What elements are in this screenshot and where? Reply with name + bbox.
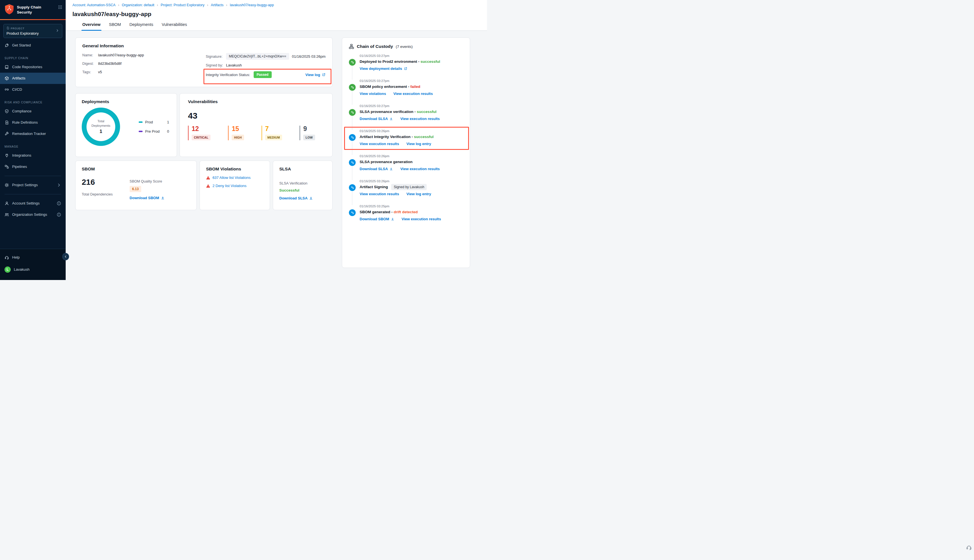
deployments-donut-chart: Total Deployments 1	[82, 108, 120, 146]
sidebar-item-compliance[interactable]: Compliance	[0, 106, 66, 117]
connected-nodes-icon	[5, 165, 9, 169]
headset-icon	[5, 255, 9, 260]
sidebar-item-project-settings[interactable]: Project Settings	[0, 180, 66, 191]
sidebar-item-organization-settings[interactable]: Organization Settings	[0, 209, 66, 220]
signature-timestamp: 01/16/2025 03:26pm	[292, 54, 325, 58]
breadcrumb-account[interactable]: Account: Automation-SSCA	[72, 3, 115, 7]
sidebar-item-rule-definitions[interactable]: Rule Definitions	[0, 117, 66, 128]
allow-list-violations-row: 637 Allow list Violations	[206, 175, 264, 180]
module-grid-icon[interactable]	[58, 4, 62, 10]
document-lines-icon	[5, 120, 9, 125]
info-icon	[57, 212, 61, 217]
chevron-left-icon	[64, 255, 67, 258]
event-timestamp: 01/16/2025 03:25pm	[360, 205, 463, 208]
field-signature: Signature: MEQCICde2VjIT...bL+2+mqnOXw==…	[206, 53, 325, 60]
sbom-total-dependencies: 216	[82, 178, 113, 187]
sbom-stage-icon	[349, 209, 356, 216]
download-slsa-link[interactable]: Download SLSA	[360, 117, 393, 121]
chevron-right-icon	[57, 183, 61, 187]
card-title: General Information	[82, 43, 325, 48]
chain-of-custody-card: Chain of Custody (7 events) 01/16/2025 0…	[342, 37, 470, 268]
project-name: Product Exploratory	[7, 31, 55, 35]
breadcrumb-project[interactable]: Project: Product Exploratory	[161, 3, 205, 7]
view-log-entry-link[interactable]: View log entry	[406, 142, 431, 146]
view-log-link[interactable]: View log	[305, 73, 326, 77]
download-slsa-link[interactable]: Download SLSA	[360, 167, 393, 171]
project-selector[interactable]: PROJECT Product Exploratory	[3, 24, 62, 38]
legend-item-pre-prod: Pre Prod 0	[138, 129, 169, 133]
download-icon	[161, 196, 165, 200]
breadcrumb-artifacts[interactable]: Artifacts	[211, 3, 223, 7]
view-execution-results-link[interactable]: View execution results	[400, 167, 440, 171]
signature-value: MEQCICde2VjIT...bL+2+mqnOXw==	[226, 53, 289, 60]
cube-icon	[5, 76, 9, 80]
deny-list-violations-link[interactable]: 2 Deny list Violations	[212, 184, 246, 188]
project-selector-info: PROJECT Product Exploratory	[7, 27, 55, 35]
view-violations-link[interactable]: View violations	[360, 92, 386, 96]
event-sbom-policy-enforcement: 01/16/2025 03:27pm SBOM policy enforceme…	[349, 79, 463, 104]
sbom-totals: 216 Total Dependencies	[82, 172, 113, 204]
sidebar-item-cicd[interactable]: CI/CD	[0, 84, 66, 95]
sidebar-item-code-repositories[interactable]: Code Repositories	[0, 62, 66, 73]
event-timestamp: 01/16/2025 03:26pm	[360, 154, 463, 158]
project-icon	[7, 27, 9, 30]
sidebar-collapse-button[interactable]	[62, 253, 69, 260]
breadcrumb-organization[interactable]: Organization: default	[122, 3, 154, 7]
tab-deployments[interactable]: Deployments	[128, 22, 154, 30]
event-title: SBOM policy enforcement - failed	[360, 85, 463, 89]
pre-prod-swatch	[138, 131, 143, 132]
sidebar-footer: Help L Lavakush	[0, 249, 66, 280]
section-heading-supply-chain: SUPPLY CHAIN	[0, 51, 66, 62]
tab-overview[interactable]: Overview	[82, 22, 102, 30]
warning-icon	[206, 176, 210, 180]
module-accent-line	[0, 19, 66, 20]
allow-list-violations-link[interactable]: 637 Allow list Violations	[212, 175, 250, 180]
breadcrumb-current[interactable]: lavakush07/easy-buggy-app	[230, 3, 274, 7]
signing-stage-icon	[349, 184, 356, 191]
event-slsa-provenance-generation: 01/16/2025 03:26pm SLSA provenance gener…	[349, 154, 463, 180]
help-button[interactable]: Help	[0, 252, 66, 263]
sidebar-item-integrations[interactable]: Integrations	[0, 150, 66, 161]
view-log-entry-link[interactable]: View log entry	[406, 192, 431, 196]
tab-sbom[interactable]: SBOM	[108, 22, 122, 30]
sidebar-item-pipelines[interactable]: Pipelines	[0, 161, 66, 172]
sidebar-header: Supply Chain Security	[0, 0, 66, 19]
sidebar-item-get-started[interactable]: Get Started	[0, 40, 66, 51]
slsa-verification-status: Successful	[279, 188, 326, 192]
event-status: successful	[414, 135, 434, 139]
rocket-icon	[5, 43, 9, 48]
view-execution-results-link[interactable]: View execution results	[360, 192, 399, 196]
event-status: successful	[417, 110, 437, 114]
event-status: failed	[410, 85, 420, 89]
download-sbom-link[interactable]: Download SBOM	[360, 217, 394, 221]
tab-bar: Overview SBOM Deployments Vulnerabilitie…	[72, 22, 487, 30]
page-header: Account: Automation-SSCA Organization: d…	[66, 0, 487, 31]
event-timestamp: 01/16/2025 03:26pm	[360, 129, 463, 133]
view-execution-results-link[interactable]: View execution results	[402, 217, 441, 221]
view-deployment-details-link[interactable]: View deployment details	[360, 67, 407, 71]
sidebar-item-artifacts[interactable]: Artifacts	[0, 73, 66, 84]
breadcrumb-separator	[226, 3, 227, 7]
sidebar-item-account-settings[interactable]: Account Settings	[0, 198, 66, 209]
slsa-card: SLSA SLSA Verification Successful Downlo…	[273, 160, 333, 210]
content: General Information Name: lavakush07/eas…	[66, 31, 487, 280]
download-slsa-link[interactable]: Download SLSA	[279, 196, 313, 200]
event-title: Deployed to Prod2 environment - successf…	[360, 60, 463, 64]
sidebar-item-remediation-tracker[interactable]: Remediation Tracker	[0, 128, 66, 140]
event-status: drift detected	[394, 210, 418, 214]
event-slsa-provenance-verification: 01/16/2025 03:27pm SLSA provenance verif…	[349, 104, 463, 129]
view-execution-results-link[interactable]: View execution results	[360, 142, 399, 146]
tab-vulnerabilities[interactable]: Vulnerabilities	[161, 22, 188, 30]
overview-right-column: Chain of Custody (7 events) 01/16/2025 0…	[342, 37, 470, 280]
event-artifact-signing: 01/16/2025 03:26pm Artifact Signing Sign…	[349, 180, 463, 205]
event-title: SBOM generated - drift detected	[360, 210, 463, 214]
user-menu[interactable]: L Lavakush	[0, 263, 66, 276]
event-title: Artifact Signing Signed by Lavakush	[360, 185, 463, 189]
general-info-fields: Name: lavakush07/easy-buggy-app Digest: …	[82, 53, 206, 78]
download-sbom-link[interactable]: Download SBOM	[130, 196, 165, 200]
legend-item-prod: Prod 1	[138, 120, 169, 124]
chain-event-count: (7 events)	[396, 45, 413, 49]
view-execution-results-link[interactable]: View execution results	[400, 117, 440, 121]
view-execution-results-link[interactable]: View execution results	[394, 92, 433, 96]
breadcrumb: Account: Automation-SSCA Organization: d…	[72, 3, 487, 7]
